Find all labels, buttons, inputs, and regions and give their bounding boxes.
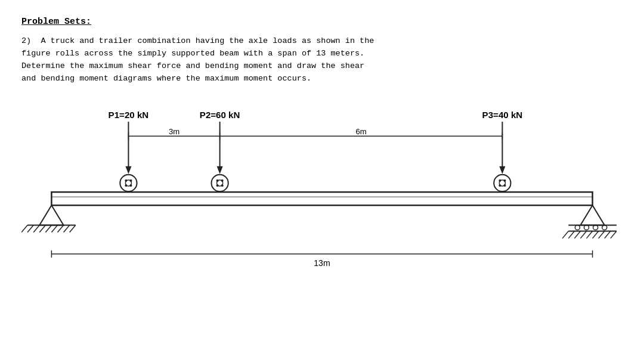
svg-point-13 — [125, 180, 127, 182]
svg-point-23 — [494, 174, 510, 191]
svg-point-28 — [503, 184, 506, 187]
svg-line-57 — [611, 231, 617, 238]
svg-point-44 — [575, 225, 580, 230]
svg-line-54 — [593, 231, 599, 238]
svg-point-17 — [212, 174, 228, 191]
svg-line-38 — [51, 225, 57, 232]
svg-point-16 — [129, 184, 132, 187]
problem-text: 2) A truck and trailer combination havin… — [21, 35, 623, 85]
svg-rect-29 — [51, 192, 592, 205]
svg-point-25 — [499, 180, 501, 182]
p1-label: P1=20 kN — [109, 110, 149, 120]
svg-point-15 — [125, 184, 127, 187]
svg-point-19 — [216, 180, 219, 182]
svg-line-35 — [33, 225, 39, 232]
svg-line-36 — [39, 225, 45, 232]
svg-marker-10 — [499, 166, 505, 174]
svg-line-51 — [574, 231, 580, 238]
svg-marker-31 — [39, 205, 63, 225]
p2-label: P2=60 kN — [200, 110, 240, 120]
p3-label: P3=40 kN — [482, 110, 523, 120]
svg-point-21 — [216, 184, 219, 187]
svg-marker-8 — [217, 166, 223, 174]
svg-line-50 — [568, 231, 574, 238]
gap1-label: 3m — [169, 127, 179, 136]
svg-line-55 — [599, 231, 605, 238]
svg-point-47 — [602, 225, 607, 230]
svg-point-14 — [129, 180, 132, 182]
svg-line-37 — [45, 225, 51, 232]
svg-marker-6 — [125, 166, 131, 174]
svg-line-56 — [605, 231, 611, 238]
svg-point-27 — [499, 184, 501, 187]
svg-point-26 — [503, 180, 506, 182]
svg-line-33 — [21, 225, 27, 232]
svg-line-41 — [70, 225, 76, 232]
span-label: 13m — [314, 258, 330, 268]
svg-line-34 — [27, 225, 33, 232]
svg-line-53 — [587, 231, 593, 238]
svg-line-40 — [64, 225, 70, 232]
svg-line-39 — [57, 225, 63, 232]
svg-line-52 — [580, 231, 586, 238]
diagram-area: P1=20 kN P2=60 kN P3=40 kN 3m 6m — [21, 100, 623, 285]
svg-point-20 — [221, 180, 224, 182]
svg-point-22 — [221, 184, 224, 187]
svg-line-49 — [562, 231, 568, 238]
gap2-label: 6m — [355, 127, 366, 136]
svg-point-45 — [584, 225, 589, 230]
svg-point-46 — [593, 225, 598, 230]
svg-marker-42 — [580, 205, 604, 225]
svg-point-11 — [120, 174, 137, 191]
title: Problem Sets: — [21, 17, 623, 27]
